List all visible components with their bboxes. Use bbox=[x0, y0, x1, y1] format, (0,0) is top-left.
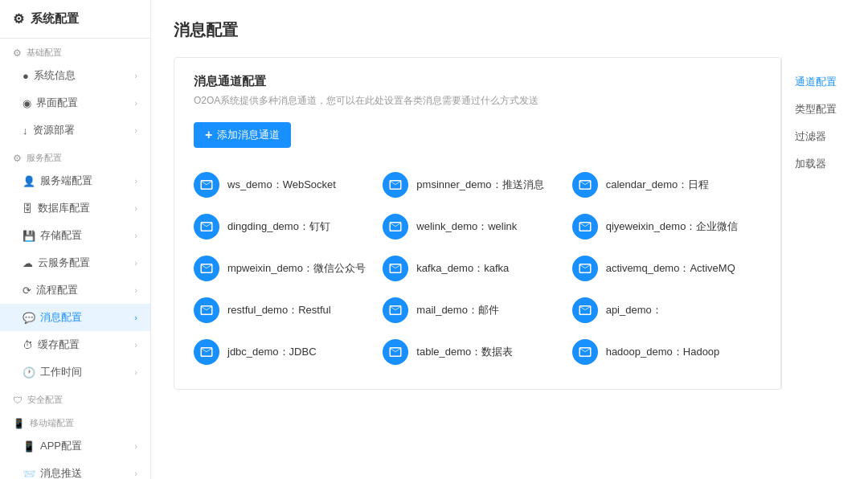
section-basic: ⚙ 基础配置 bbox=[0, 39, 150, 62]
security-icon: 🛡 bbox=[13, 395, 23, 406]
sidebar-item-cache[interactable]: ⏱ 缓存配置 › bbox=[0, 331, 150, 358]
section-title: 消息通道配置 bbox=[194, 74, 761, 89]
gear-small-icon: ⚙ bbox=[13, 47, 22, 59]
arrow-icon: › bbox=[134, 176, 137, 186]
mobile-icon: 📱 bbox=[13, 418, 25, 429]
arrow-icon: › bbox=[134, 98, 137, 108]
channel-label: api_demo： bbox=[606, 303, 662, 317]
section-service: ⚙ 服务配置 bbox=[0, 144, 150, 167]
main-content: 消息配置 消息通道配置 O2OA系统提供多种消息通道，您可以在此处设置各类消息需… bbox=[151, 0, 868, 479]
channel-icon bbox=[572, 214, 598, 240]
service-section-icon: ⚙ bbox=[13, 153, 22, 164]
sidebar-item-uiconfig[interactable]: ◉ 界面配置 › bbox=[0, 89, 150, 117]
channel-label: restful_demo：Restful bbox=[227, 303, 331, 317]
channel-icon bbox=[194, 214, 219, 240]
sidebar-item-worktime[interactable]: 🕐 工作时间 › bbox=[0, 358, 150, 386]
right-nav-item-0[interactable]: 通道配置 bbox=[795, 70, 845, 94]
channel-icon bbox=[383, 339, 408, 365]
arrow-icon: › bbox=[134, 367, 137, 377]
right-nav-item-2[interactable]: 过滤器 bbox=[795, 125, 845, 149]
section-security: 🛡 安全配置 bbox=[0, 386, 150, 409]
app-icon: 📱 bbox=[23, 440, 35, 452]
channel-item-ws_demo[interactable]: ws_demo：WebSocket bbox=[194, 164, 383, 206]
page-title: 消息配置 bbox=[174, 19, 845, 41]
right-nav-item-1[interactable]: 类型配置 bbox=[795, 97, 845, 121]
storage-icon: 💾 bbox=[23, 230, 35, 242]
channel-item-table_demo[interactable]: table_demo：数据表 bbox=[383, 331, 571, 373]
channel-label: activemq_demo：ActiveMQ bbox=[606, 261, 735, 276]
channel-icon bbox=[572, 297, 598, 323]
arrow-icon: › bbox=[134, 125, 137, 135]
channel-item-api_demo[interactable]: api_demo： bbox=[572, 289, 761, 331]
channel-label: mail_demo：邮件 bbox=[416, 303, 499, 317]
server-icon: 👤 bbox=[23, 175, 35, 187]
push-icon: 📨 bbox=[23, 468, 35, 480]
right-nav-item-3[interactable]: 加载器 bbox=[795, 152, 845, 176]
channel-item-pmsinner_demo[interactable]: pmsinner_demo：推送消息 bbox=[383, 164, 571, 206]
sidebar: ⚙ 系统配置 ⚙ 基础配置 ● 系统信息 › ◉ 界面配置 › ↓ 资源部署 ›… bbox=[0, 0, 151, 479]
cache-icon: ⏱ bbox=[23, 339, 33, 351]
cloud-icon: ☁ bbox=[23, 257, 33, 269]
channel-icon bbox=[572, 172, 598, 198]
channel-icon bbox=[194, 297, 219, 323]
plus-icon: + bbox=[205, 128, 212, 142]
channel-label: jdbc_demo：JDBC bbox=[227, 345, 317, 359]
arrow-icon: › bbox=[134, 258, 137, 268]
sidebar-item-dbconfig[interactable]: 🗄 数据库配置 › bbox=[0, 194, 150, 222]
channel-label: hadoop_demo：Hadoop bbox=[606, 345, 720, 359]
channel-item-jdbc_demo[interactable]: jdbc_demo：JDBC bbox=[194, 331, 383, 373]
message-icon: 💬 bbox=[23, 312, 35, 324]
sidebar-item-message[interactable]: 💬 消息配置 › bbox=[0, 304, 150, 331]
channel-label: dingding_demo：钉钉 bbox=[227, 219, 330, 234]
gear-icon: ⚙ bbox=[13, 11, 24, 27]
arrow-icon: › bbox=[134, 71, 137, 80]
sidebar-item-storage[interactable]: 💾 存储配置 › bbox=[0, 222, 150, 249]
ui-icon: ◉ bbox=[23, 97, 31, 109]
channel-item-hadoop_demo[interactable]: hadoop_demo：Hadoop bbox=[572, 331, 761, 373]
channel-item-kafka_demo[interactable]: kafka_demo：kafka bbox=[383, 248, 571, 289]
section-desc: O2OA系统提供多种消息通道，您可以在此处设置各类消息需要通过什么方式发送 bbox=[194, 94, 761, 108]
arrow-icon: › bbox=[134, 285, 137, 295]
section-card: 消息通道配置 O2OA系统提供多种消息通道，您可以在此处设置各类消息需要通过什么… bbox=[174, 57, 781, 390]
arrow-icon: › bbox=[134, 441, 137, 451]
sidebar-item-push[interactable]: 📨 消息推送 › bbox=[0, 460, 150, 479]
channel-item-dingding_demo[interactable]: dingding_demo：钉钉 bbox=[194, 206, 383, 248]
channel-icon bbox=[572, 256, 598, 281]
channel-label: mpweixin_demo：微信公众号 bbox=[227, 261, 366, 276]
channel-icon bbox=[194, 172, 219, 198]
channel-item-activemq_demo[interactable]: activemq_demo：ActiveMQ bbox=[572, 248, 761, 289]
channel-grid: ws_demo：WebSocket pmsinner_demo：推送消息 cal… bbox=[194, 164, 761, 373]
channel-icon bbox=[194, 339, 219, 365]
channel-label: ws_demo：WebSocket bbox=[227, 178, 336, 192]
arrow-icon: › bbox=[134, 469, 137, 478]
channel-item-mail_demo[interactable]: mail_demo：邮件 bbox=[383, 289, 571, 331]
channel-icon bbox=[383, 214, 408, 240]
channel-label: qiyeweixin_demo：企业微信 bbox=[606, 219, 739, 234]
channel-item-mpweixin_demo[interactable]: mpweixin_demo：微信公众号 bbox=[194, 248, 383, 289]
channel-icon bbox=[383, 297, 408, 323]
resource-icon: ↓ bbox=[23, 125, 28, 137]
flow-icon: ⟳ bbox=[23, 285, 31, 297]
arrow-icon: › bbox=[134, 203, 137, 213]
channel-label: table_demo：数据表 bbox=[416, 345, 513, 359]
channel-item-restful_demo[interactable]: restful_demo：Restful bbox=[194, 289, 383, 331]
channel-icon bbox=[383, 172, 408, 198]
arrow-icon: › bbox=[134, 231, 137, 240]
channel-icon bbox=[383, 256, 408, 281]
channel-label: kafka_demo：kafka bbox=[416, 261, 509, 276]
sidebar-title: 系统配置 bbox=[31, 11, 79, 27]
sidebar-item-resource[interactable]: ↓ 资源部署 › bbox=[0, 117, 150, 144]
sidebar-item-appconfig[interactable]: 📱 APP配置 › bbox=[0, 432, 150, 460]
db-icon: 🗄 bbox=[23, 203, 33, 215]
sidebar-item-serverconfig[interactable]: 👤 服务端配置 › bbox=[0, 167, 150, 194]
channel-item-qiyeweixin_demo[interactable]: qiyeweixin_demo：企业微信 bbox=[572, 206, 761, 248]
work-icon: 🕐 bbox=[23, 366, 35, 379]
channel-icon bbox=[572, 339, 598, 365]
right-nav: 通道配置类型配置过滤器加载器 bbox=[781, 57, 845, 390]
add-channel-button[interactable]: + 添加消息通道 bbox=[194, 122, 291, 148]
sidebar-item-flow[interactable]: ⟳ 流程配置 › bbox=[0, 276, 150, 304]
channel-item-welink_demo[interactable]: welink_demo：welink bbox=[383, 206, 571, 248]
sidebar-item-sysinfo[interactable]: ● 系统信息 › bbox=[0, 62, 150, 89]
sidebar-item-cloud[interactable]: ☁ 云服务配置 › bbox=[0, 249, 150, 276]
channel-item-calendar_demo[interactable]: calendar_demo：日程 bbox=[572, 164, 761, 206]
